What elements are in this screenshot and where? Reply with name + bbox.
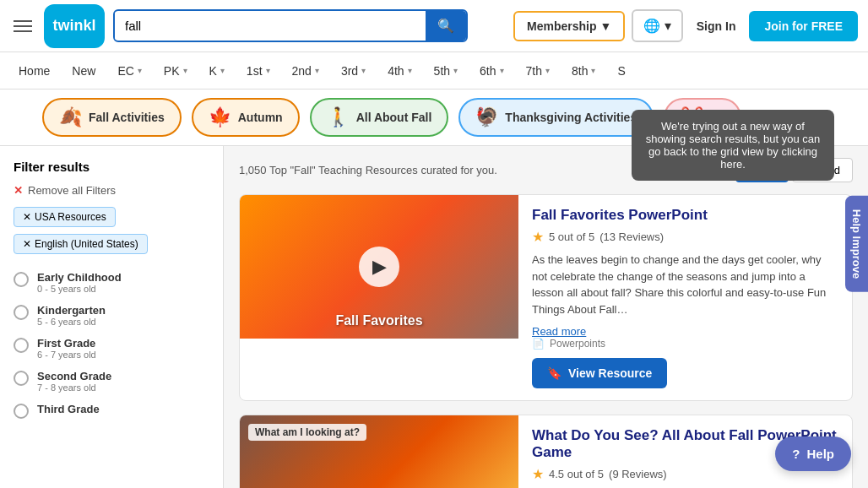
filter-label: Early Childhood — [37, 271, 122, 284]
filter-label: Third Grade — [37, 403, 100, 415]
category-label: Autumn — [238, 111, 283, 124]
category-icon: 🍁 — [209, 106, 231, 128]
card-title: Fall Favorites PowerPoint — [532, 207, 838, 224]
filter-radio[interactable] — [14, 404, 29, 419]
filter-radio[interactable] — [14, 371, 29, 386]
nav-item-3rd[interactable]: 3rd▾ — [331, 56, 376, 86]
globe-button[interactable]: 🌐 ▾ — [632, 9, 682, 42]
logo-text: twinkl — [52, 17, 95, 35]
category-pill-3[interactable]: 🦃Thanksgiving Activities — [458, 98, 654, 137]
nav-item-8th[interactable]: 8th▾ — [561, 56, 605, 86]
main-content: Filter results ✕ Remove all Filters ✕USA… — [0, 146, 868, 488]
tooltip-box: We're trying out a new way of showing se… — [632, 110, 834, 181]
card-rating: ★ 5 out of 5 (13 Reviews) — [532, 229, 838, 245]
view-resource-label: View Resource — [568, 366, 652, 380]
rating-value: 4.5 out of 5 — [549, 468, 604, 480]
read-more-link[interactable]: Read more — [532, 325, 586, 338]
resource-card: What am I looking at?Fall What Do You Se… — [239, 415, 853, 488]
logo: twinkl — [44, 4, 105, 48]
help-sidebar-text: Help Improve — [850, 209, 863, 279]
remove-filters[interactable]: ✕ Remove all Filters — [14, 184, 209, 197]
card-body: Fall Favorites PowerPoint ★ 5 out of 5 (… — [518, 195, 852, 400]
filter-option[interactable]: Early Childhood 0 - 5 years old — [14, 271, 209, 294]
filter-label: Second Grade — [37, 370, 111, 382]
filter-option[interactable]: Second Grade 7 - 8 years old — [14, 370, 209, 393]
review-count: (13 Reviews) — [599, 230, 664, 243]
tooltip-text: We're trying out a new way of showing se… — [646, 120, 821, 171]
filter-tag[interactable]: ✕USA Resources — [14, 207, 116, 227]
card-type: 📄 Powerpoints — [532, 338, 838, 350]
results-count: 1,050 Top "Fall" Teaching Resources cura… — [239, 164, 497, 176]
nav-item-1st[interactable]: 1st▾ — [236, 56, 280, 86]
nav-item-4th[interactable]: 4th▾ — [377, 56, 421, 86]
category-icon: 🚶 — [327, 106, 350, 128]
nav-item-5th[interactable]: 5th▾ — [424, 56, 468, 86]
header: twinkl 🔍 Membership ▼ 🌐 ▾ Sign In Join f… — [0, 0, 868, 52]
category-icon: 🍂 — [59, 106, 82, 128]
results-area: 1,050 Top "Fall" Teaching Resources cura… — [224, 146, 868, 488]
filter-option[interactable]: Kindergarten 5 - 6 years old — [14, 304, 209, 327]
nav-item-k[interactable]: K▾ — [199, 56, 235, 86]
rating-value: 5 out of 5 — [549, 230, 594, 243]
help-icon: ? — [792, 447, 800, 461]
join-button[interactable]: Join for FREE — [749, 11, 858, 41]
nav-item-new[interactable]: New — [62, 56, 106, 86]
filter-tag-label: English (United States) — [35, 238, 138, 250]
filter-option[interactable]: Third Grade — [14, 403, 209, 419]
remove-filters-label: Remove all Filters — [28, 184, 116, 197]
type-label: Powerpoints — [550, 338, 605, 350]
nav-bar: HomeNewEC▾PK▾K▾1st▾2nd▾3rd▾4th▾5th▾6th▾7… — [0, 52, 868, 89]
star-icon: ★ — [532, 229, 544, 245]
filter-sublabel: 7 - 8 years old — [37, 382, 111, 393]
filter-radio[interactable] — [14, 305, 29, 320]
filter-label: First Grade — [37, 337, 96, 350]
x-icon: ✕ — [23, 211, 31, 223]
resource-card: ▶Fall Favorites Fall Favorites PowerPoin… — [239, 194, 853, 401]
hamburger-button[interactable] — [10, 17, 35, 35]
help-label: Help — [806, 447, 834, 461]
signin-button[interactable]: Sign In — [690, 13, 743, 40]
category-icon: 🦃 — [475, 106, 498, 128]
filter-option[interactable]: First Grade 6 - 7 years old — [14, 337, 209, 360]
nav-item-ec[interactable]: EC▾ — [107, 56, 151, 86]
filter-radio[interactable] — [14, 272, 29, 287]
search-input[interactable] — [115, 12, 426, 40]
membership-button[interactable]: Membership ▼ — [513, 11, 625, 41]
filter-tag-label: USA Resources — [35, 211, 106, 223]
category-pill-2[interactable]: 🚶All About Fall — [310, 98, 449, 137]
sidebar-title: Filter results — [14, 160, 209, 174]
category-pill-0[interactable]: 🍂Fall Activities — [42, 98, 182, 137]
header-actions: Membership ▼ 🌐 ▾ Sign In Join for FREE — [513, 9, 858, 42]
help-sidebar[interactable]: Help Improve — [845, 196, 868, 292]
card-description: As the leaves begin to change and the da… — [532, 252, 838, 317]
filter-radio[interactable] — [14, 338, 29, 353]
search-bar: 🔍 — [113, 9, 468, 42]
category-label: Thanksgiving Activities — [505, 111, 637, 124]
sidebar: Filter results ✕ Remove all Filters ✕USA… — [0, 146, 224, 488]
bookmark-icon: 🔖 — [547, 366, 561, 380]
search-button[interactable]: 🔍 — [426, 11, 466, 41]
filter-sublabel: 0 - 5 years old — [37, 284, 122, 294]
play-button[interactable]: ▶ — [359, 247, 399, 287]
filter-sublabel: 6 - 7 years old — [37, 350, 96, 360]
filter-tag[interactable]: ✕English (United States) — [14, 234, 148, 254]
nav-item-home[interactable]: Home — [8, 56, 60, 86]
filter-sublabel: 5 - 6 years old — [37, 317, 106, 327]
view-resource-button[interactable]: 🔖 View Resource — [532, 358, 667, 388]
category-pill-1[interactable]: 🍁Autumn — [192, 98, 300, 137]
category-label: All About Fall — [356, 111, 432, 124]
category-label: Fall Activities — [89, 111, 165, 124]
nav-item-s[interactable]: S — [607, 56, 635, 86]
help-float-button[interactable]: ? Help — [775, 436, 851, 471]
nav-item-pk[interactable]: PK▾ — [154, 56, 198, 86]
nav-item-2nd[interactable]: 2nd▾ — [282, 56, 329, 86]
remove-filters-icon: ✕ — [14, 184, 23, 197]
x-icon: ✕ — [23, 238, 31, 250]
review-count: (9 Reviews) — [609, 468, 667, 480]
card-thumbnail: What am I looking at?Fall — [240, 415, 518, 488]
nav-item-7th[interactable]: 7th▾ — [516, 56, 560, 86]
card-thumbnail: ▶Fall Favorites — [240, 195, 518, 339]
star-icon: ★ — [532, 466, 544, 482]
type-icon: 📄 — [532, 338, 545, 350]
nav-item-6th[interactable]: 6th▾ — [469, 56, 513, 86]
